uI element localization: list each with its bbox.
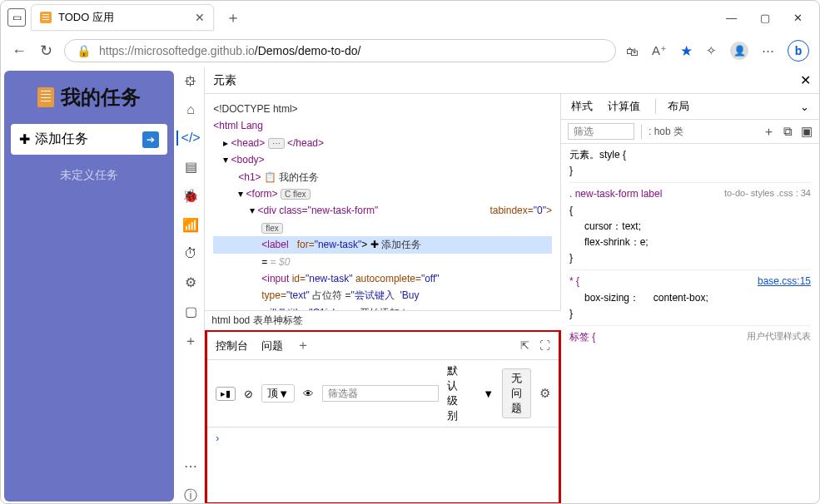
drawer-dock-icon[interactable]: ⇱ [520, 339, 529, 352]
profile-avatar[interactable]: 👤 [730, 42, 748, 60]
back-button[interactable]: ← [11, 42, 27, 60]
toggle-classes-icon[interactable]: ⧉ [783, 124, 793, 140]
toggle-device-icon[interactable]: ▣ [801, 124, 813, 140]
clipboard-icon [37, 87, 54, 107]
lock-icon: 🔒 [77, 44, 91, 57]
devtools-activity-bar: ⯐ ⌂ </> ▤ 🐞 📶 ⏱ ⚙ ▢ ＋ ⋯ ⓘ [177, 67, 205, 504]
styles-more-icon[interactable]: ⌄ [800, 101, 809, 113]
styles-filter-input[interactable] [568, 123, 634, 140]
computed-tab[interactable]: 计算值 [608, 99, 640, 114]
new-rule-icon[interactable]: ＋ [763, 124, 775, 140]
drawer-expand-icon[interactable]: ⛶ [539, 339, 550, 352]
console-tab[interactable]: 控制台 [216, 338, 248, 353]
browser-tab[interactable]: TODO 应用 ✕ [31, 4, 214, 31]
address-bar: ← ↻ 🔒 https://microsoftedge.github.io/De… [1, 34, 819, 67]
welcome-icon[interactable]: ⌂ [186, 102, 195, 117]
style-rules[interactable]: 元素。style { } . new-task-form labelto-do-… [561, 144, 819, 504]
network-icon[interactable]: 📶 [182, 217, 199, 233]
plus-icon: ✚ [19, 131, 30, 147]
tab-actions-button[interactable]: ▭ [7, 8, 26, 27]
shopping-icon[interactable]: 🛍 [626, 44, 639, 58]
styles-tab[interactable]: 样式 [571, 99, 593, 114]
console-drawer: 控制台 问题 ＋ ⇱⛶ ▸▮ ⊘ 顶 ▼ 👁 默认级别 ▼ 无问题 ⚙ [205, 330, 561, 504]
elements-icon[interactable]: </> [176, 131, 201, 146]
more-icon[interactable]: ⋯ [762, 43, 774, 58]
more-tools-icon[interactable]: ＋ [184, 333, 197, 350]
console-icon[interactable]: ▤ [185, 159, 197, 175]
new-tab-button[interactable]: ＋ [219, 7, 247, 27]
clear-console-icon[interactable]: ⊘ [244, 388, 253, 400]
devtools-panel: 元素 ✕ <!DOCTYPE html> <html Lang ▸ <head>… [205, 67, 819, 504]
close-window-icon[interactable]: ✕ [793, 12, 803, 24]
styles-pane: 样式 计算值 布局 ⌄ : hob 类 ＋ ⧉ ▣ 元素。style { [561, 94, 819, 504]
source-link[interactable]: base.css:15 [758, 274, 811, 289]
memory-icon[interactable]: ⚙ [185, 274, 196, 290]
inspect-icon[interactable]: ⯐ [184, 74, 197, 89]
breadcrumb[interactable]: html bod 表单神标签 [205, 310, 561, 330]
undefined-task-text: 未定义任务 [11, 168, 167, 183]
context-select[interactable]: 顶 ▼ [261, 384, 295, 403]
console-sidebar-toggle[interactable]: ▸▮ [216, 387, 236, 401]
url-host: https://microsoftedge.github.io [99, 44, 255, 57]
console-settings-icon[interactable]: ⚙ [539, 386, 550, 401]
refresh-button[interactable]: ↻ [37, 42, 54, 60]
console-output[interactable]: › [207, 427, 559, 502]
submit-task-button[interactable]: ➔ [142, 131, 159, 148]
sources-icon[interactable]: 🐞 [182, 188, 199, 204]
tab-title: TODO 应用 [58, 10, 114, 25]
hover-class-toggle[interactable]: : hob 类 [641, 125, 683, 139]
add-drawer-tab[interactable]: ＋ [296, 337, 310, 354]
application-icon[interactable]: ▢ [185, 304, 197, 319]
todo-app: 我的任务 ✚ 添加任务 ➔ 未定义任务 [4, 71, 174, 502]
app-title: 我的任务 [11, 77, 167, 117]
url-field[interactable]: 🔒 https://microsoftedge.github.io/Demos/… [64, 39, 616, 62]
tab-favicon [40, 12, 52, 23]
issues-icon[interactable]: ⋯ [184, 458, 197, 474]
dom-tree[interactable]: <!DOCTYPE html> <html Lang ▸ <head> ⋯ </… [205, 94, 561, 310]
bing-chat-icon[interactable]: b [788, 40, 809, 62]
panel-title: 元素 [213, 73, 236, 88]
live-expression-icon[interactable]: 👁 [303, 388, 314, 400]
tab-close-icon[interactable]: ✕ [195, 11, 205, 24]
console-filter-input[interactable] [322, 385, 439, 402]
performance-icon[interactable]: ⏱ [184, 246, 197, 261]
add-task-label: 添加任务 [35, 131, 88, 148]
url-path: /Demos/demo-to-do/ [255, 44, 361, 57]
add-task-input[interactable]: ✚ 添加任务 ➔ [11, 124, 167, 155]
log-level-select[interactable]: 默认级别 ▼ [447, 363, 494, 423]
devtools-close-icon[interactable]: ✕ [800, 72, 811, 88]
layout-tab[interactable]: 布局 [655, 99, 689, 114]
read-aloud-icon[interactable]: A⁺ [652, 43, 667, 58]
favorite-icon[interactable]: ★ [680, 42, 693, 60]
maximize-icon[interactable]: ▢ [760, 12, 770, 24]
titlebar: ▭ TODO 应用 ✕ ＋ — ▢ ✕ [1, 1, 819, 34]
no-issues-badge[interactable]: 无问题 [502, 368, 531, 418]
minimize-icon[interactable]: — [726, 12, 737, 24]
collections-icon[interactable]: ✧ [706, 43, 717, 58]
help-icon[interactable]: ⓘ [184, 487, 197, 504]
issues-tab[interactable]: 问题 [261, 338, 283, 353]
